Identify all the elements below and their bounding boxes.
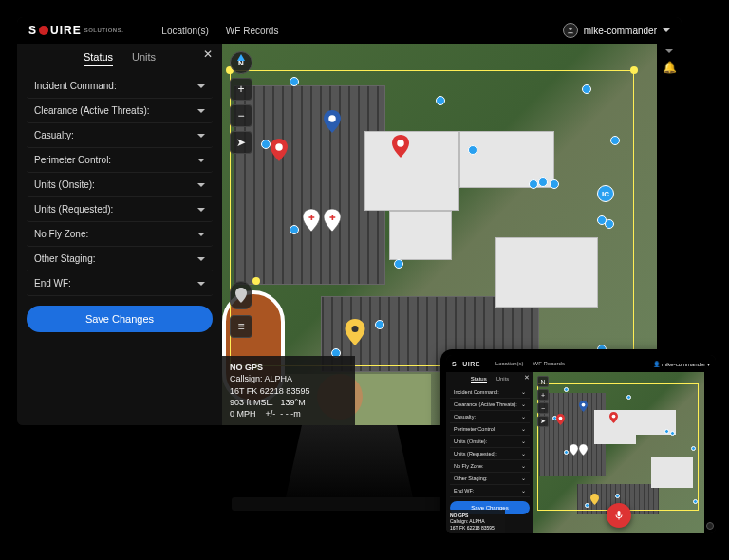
tab-status[interactable]: Status <box>84 51 113 66</box>
t-acc-8[interactable]: End WF:⌄ <box>450 485 530 497</box>
t-locate[interactable]: ➤ <box>537 416 549 427</box>
drop-pin-button[interactable] <box>230 281 252 309</box>
bell-icon[interactable]: 🔔 <box>663 61 677 74</box>
t-acc-1[interactable]: Clearance (Active Threats):⌄ <box>450 399 530 411</box>
t-pin-blue[interactable] <box>579 399 588 410</box>
close-icon[interactable]: ✕ <box>203 47 213 61</box>
unit-marker[interactable] <box>290 225 299 234</box>
tab-units[interactable]: Units <box>132 51 156 66</box>
unit-marker[interactable] <box>394 259 403 269</box>
t-nav: Location(s) WF Records <box>495 361 565 366</box>
top-bar: SUIRE SOLUTIONS. Location(s) WF Records … <box>17 17 682 44</box>
nav-locations[interactable]: Location(s) <box>161 26 208 36</box>
collapse-icon[interactable] <box>665 49 673 53</box>
mic-button[interactable] <box>607 503 631 528</box>
zoom-in-button[interactable]: + <box>230 78 252 101</box>
svg-text:✚: ✚ <box>329 214 336 222</box>
unit-marker[interactable] <box>468 145 477 155</box>
svg-point-3 <box>397 140 404 147</box>
t-acc-4[interactable]: Units (Onsite):⌄ <box>450 436 530 448</box>
save-button[interactable]: Save Changes <box>27 306 213 332</box>
ic-marker[interactable]: IC <box>597 185 614 202</box>
svg-text:✚: ✚ <box>308 214 315 222</box>
t-acc-5[interactable]: Units (Requested):⌄ <box>450 448 530 460</box>
t-home-icon[interactable] <box>706 522 714 530</box>
unit-marker[interactable] <box>605 219 614 229</box>
t-gps: NO GPSCallsign: ALPHA16T FK 62218 83595 <box>446 510 505 534</box>
brand-sub: SOLUTIONS. <box>84 28 124 33</box>
map-pin-red[interactable] <box>392 135 409 158</box>
acc-incident-command[interactable]: Incident Command: <box>27 74 213 99</box>
layers-button[interactable]: ≡ <box>230 315 252 338</box>
svg-point-2 <box>328 115 336 122</box>
t-logo: SUIRE <box>452 361 480 367</box>
unit-marker[interactable] <box>290 77 299 86</box>
t-pin-yellow[interactable] <box>590 492 599 503</box>
chevron-down-icon <box>197 233 205 236</box>
t-acc-0[interactable]: Incident Command:⌄ <box>450 386 530 399</box>
locate-button[interactable]: ➤ <box>230 131 252 154</box>
t-acc-3[interactable]: Perimeter Control:⌄ <box>450 423 530 436</box>
tablet-device: SUIRE Location(s) WF Records 👤 mike-comm… <box>440 349 721 539</box>
svg-point-1 <box>275 143 283 151</box>
unit-marker[interactable] <box>261 140 271 149</box>
map-pin-red[interactable] <box>271 139 288 161</box>
t-zoom-in[interactable]: + <box>537 389 549 401</box>
t-gutter <box>704 372 716 533</box>
t-acc-7[interactable]: Other Staging:⌄ <box>450 473 530 485</box>
t-topbar: SUIRE Location(s) WF Records 👤 mike-comm… <box>446 355 716 372</box>
t-nav-locations[interactable]: Location(s) <box>495 361 524 366</box>
zoom-out-button[interactable]: − <box>230 104 252 127</box>
acc-other-staging[interactable]: Other Staging: <box>27 247 213 271</box>
gps-title: NO GPS <box>230 363 263 372</box>
chevron-down-icon <box>197 84 205 88</box>
t-close-icon[interactable]: ✕ <box>524 374 530 382</box>
t-pin-white[interactable] <box>570 442 578 454</box>
chevron-down-icon <box>197 257 205 261</box>
t-tab-status[interactable]: Status <box>471 376 487 383</box>
user-menu[interactable]: mike-commander <box>563 23 670 38</box>
t-tab-units[interactable]: Units <box>496 376 510 383</box>
acc-units-onsite[interactable]: Units (Onsite): <box>27 173 213 197</box>
t-pin-red[interactable] <box>609 410 618 421</box>
t-compass[interactable]: N <box>537 376 549 387</box>
monitor-base <box>232 497 467 511</box>
unit-marker[interactable] <box>436 96 445 105</box>
t-acc-2[interactable]: Casualty:⌄ <box>450 411 530 423</box>
svg-point-6 <box>352 326 359 332</box>
chevron-down-icon <box>197 183 205 187</box>
acc-units-requested[interactable]: Units (Requested): <box>27 197 213 222</box>
unit-marker[interactable] <box>550 179 559 189</box>
chevron-down-icon <box>197 282 205 286</box>
nav-wf-records[interactable]: WF Records <box>226 26 279 36</box>
acc-clearance[interactable]: Clearance (Active Threats): <box>27 99 213 123</box>
t-zoom-out[interactable]: − <box>537 402 549 414</box>
t-pin-white[interactable] <box>579 442 588 454</box>
t-map[interactable]: N + − ➤ <box>533 372 704 533</box>
map-controls-upper: N + − ➤ <box>230 51 252 154</box>
acc-perimeter[interactable]: Perimeter Control: <box>27 148 213 173</box>
map-pin-white[interactable]: ✚ <box>303 209 320 232</box>
unit-marker[interactable] <box>610 136 620 145</box>
chevron-down-icon <box>197 208 205 212</box>
map-pin-yellow[interactable] <box>345 319 365 345</box>
unit-marker[interactable] <box>582 84 591 94</box>
t-pin-red[interactable] <box>556 412 565 423</box>
map-pin-white[interactable]: ✚ <box>324 209 341 232</box>
acc-end-wf[interactable]: End WF: <box>27 271 213 296</box>
unit-marker[interactable] <box>375 320 384 329</box>
t-nav-wf[interactable]: WF Records <box>533 361 565 366</box>
unit-marker[interactable] <box>538 177 548 187</box>
sidebar: ✕ Status Units Incident Command: Clearan… <box>17 44 222 425</box>
brand-logo: SUIRE SOLUTIONS. <box>28 24 123 37</box>
acc-casualty[interactable]: Casualty: <box>27 123 213 148</box>
unit-marker[interactable] <box>529 179 538 189</box>
compass-icon[interactable]: N <box>230 51 252 74</box>
map-pin-blue[interactable] <box>324 110 341 133</box>
t-user[interactable]: 👤 mike-commander ▾ <box>653 361 710 367</box>
acc-nofly[interactable]: No Fly Zone: <box>27 222 213 247</box>
avatar-icon <box>563 23 578 38</box>
t-sidebar: ✕ Status Units Incident Command:⌄ Cleara… <box>446 372 533 533</box>
sidebar-tabs: Status Units <box>27 49 213 74</box>
t-acc-6[interactable]: No Fly Zone:⌄ <box>450 460 530 473</box>
